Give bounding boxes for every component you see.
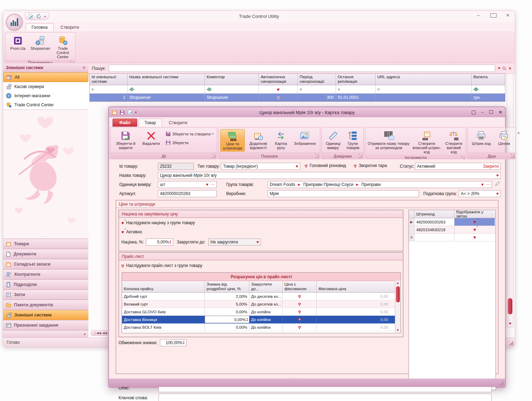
col-header[interactable]: URL адреса (376, 74, 472, 85)
maximize-icon[interactable] (489, 110, 493, 115)
create-weight-code-button[interactable]: Створити ваговий код (443, 129, 464, 155)
show-in-reports-heart-icon[interactable]: ♥ (454, 218, 495, 226)
shopserver-button[interactable]: Shopserver (29, 34, 51, 52)
col-header[interactable]: Остання реплікація (336, 74, 376, 85)
ellipsis-button[interactable]: ⋯ (486, 182, 490, 187)
fixed-price-heart-icon[interactable]: ♥ (283, 300, 317, 308)
combo-heart-arrow-icon[interactable]: ♥ (256, 240, 259, 244)
refresh-icon[interactable] (36, 14, 41, 19)
tax-combo[interactable]: A= > 20%♥ (459, 190, 501, 197)
card-titlebar[interactable]: ▾ Цукор ванільний Мрія 10г в/у - Картка … (109, 107, 505, 117)
product-groups-button[interactable]: Групи товарів (343, 129, 362, 151)
create-own-barcode-button[interactable]: Створити власний штрих-код (411, 129, 442, 155)
col-header[interactable]: Штрихкод (415, 210, 454, 218)
systems-row-selected[interactable]: 1 Shopserver Shopserver ♥ 300 01.01.0001… (90, 94, 505, 101)
barcode-row-selected[interactable]: ▶ 4820005020263 ♥ (409, 218, 496, 226)
trade-control-center-button[interactable]: Trade Control Center (52, 34, 74, 60)
sidebar-section-dokumenty[interactable]: Документи (3, 249, 88, 259)
price-row[interactable]: Доставка GLOVO Київ 0,00% До копійок ♥ 0… (122, 308, 400, 316)
sidebar-item-online-stores[interactable]: Інтернет-магазини (3, 91, 88, 100)
col-header[interactable]: Знижка від роздрібної ціни, % (205, 281, 249, 292)
sidebar-section-zovnishni-systemy[interactable]: Зовнішні системи (3, 310, 88, 320)
show-in-reports-heart-icon[interactable]: ♥ (454, 226, 495, 233)
search-input[interactable] (109, 65, 495, 72)
extra-info-button[interactable]: Додаткові відомості (245, 129, 271, 151)
main-variant-checkbox[interactable]: ♥ Головний різновид (305, 163, 346, 168)
dialog-launcher-icon[interactable] (315, 154, 318, 158)
col-header[interactable]: Період синхронізації (298, 74, 336, 85)
edit-pencil-icon[interactable] (495, 181, 500, 186)
discount-edit-cell[interactable]: 0,00% ♥♥ (205, 316, 249, 323)
discount-limit-field[interactable]: 100,00% ♥♥ (160, 339, 187, 346)
heart-filter-icon[interactable]: ♥ (498, 66, 500, 70)
markup-active-checkbox[interactable]: ♥ Активно (121, 229, 142, 234)
sidebar-section-kontrahenty[interactable]: Контрагенти (3, 269, 88, 280)
price-row[interactable]: Великий гурт 5,00% До десятків ко... ♥ 0… (122, 300, 400, 308)
combo-heart-arrow-icon[interactable]: ♥ (496, 192, 499, 196)
print-price-tag-button[interactable]: Цінник (494, 129, 514, 147)
show-in-reports-heart-icon[interactable]: ♥ (454, 234, 495, 241)
close-product-link[interactable]: Закрити (483, 164, 499, 169)
clear-search-icon[interactable]: × (509, 66, 511, 71)
sidebar-section-pidrozdily[interactable]: Підрозділи (3, 280, 88, 290)
col-header[interactable]: Колонка прайсу (122, 281, 205, 292)
sidebar-item-all[interactable]: All (3, 72, 88, 82)
col-header[interactable]: Ціна є фіксованою (283, 281, 317, 292)
returnable-checkbox[interactable]: ♥ Зворотня тара (354, 163, 387, 168)
fixed-price-heart-icon[interactable]: ♥ (283, 293, 317, 300)
barcode-row-new[interactable]: ✳ ♥ (409, 234, 496, 241)
new-document-icon[interactable] (28, 14, 33, 19)
price-row-selected[interactable]: Доставка Вінниця 0,00% ♥♥ До копійок ♥ 0… (122, 316, 400, 323)
maximize-icon[interactable] (490, 12, 496, 19)
round-to-combo[interactable]: Не закругляти♥ (208, 239, 261, 246)
get-name-by-barcode-button[interactable]: Отримати назву товару за штрихкодом (367, 129, 410, 151)
price-row[interactable]: Дрібний гурт 2,00% До десятків ко... ♥ 0… (122, 293, 400, 300)
qat-customize-icon[interactable]: ▾ (44, 15, 46, 18)
col-header[interactable]: Коментар (205, 74, 259, 85)
promua-button[interactable]: Prom.Ua (7, 34, 29, 52)
search-icon[interactable] (502, 66, 506, 71)
save-and-close-button[interactable]: Зберегти й закрити (112, 129, 139, 151)
sidebar-section-sklad[interactable]: Складські запаси (3, 259, 88, 269)
scrollbar-thumb[interactable] (396, 286, 400, 302)
combo-heart-arrow-icon[interactable]: ♥ (496, 173, 499, 178)
prices-barcodes-button[interactable]: Ціни та штрихкоди (220, 129, 245, 152)
scroll-down-heart-icon[interactable]: ♥ (395, 328, 400, 332)
filter-cell[interactable]: ♥ (259, 85, 298, 93)
close-icon[interactable]: ✕ (499, 110, 502, 115)
fit-window-icon[interactable] (472, 111, 476, 114)
col-header[interactable]: Відображати у звітах (454, 210, 495, 218)
combo-heart-arrow-icon[interactable]: ♥ (206, 182, 208, 187)
filter-cell[interactable]: abc (472, 85, 505, 93)
filter-cell[interactable]: abc (128, 85, 205, 93)
tab-tovar[interactable]: Товар (139, 119, 162, 127)
print-barcode-button[interactable]: Штрих-код (469, 129, 493, 147)
save-and-create-button[interactable]: Зберегти та створити ▾ (163, 131, 215, 137)
images-button[interactable]: Зображення (291, 129, 318, 147)
filter-cell[interactable]: = (376, 85, 472, 93)
resize-grip[interactable] (509, 341, 514, 346)
markup-percent-field[interactable]: 0,00% ♥♥ (146, 239, 173, 246)
dialog-launcher-icon[interactable] (511, 154, 514, 158)
first-record-button[interactable]: ❘◀◀ (94, 331, 101, 335)
sidebar-splitter[interactable]: ꞏꞏꞏꞏꞏ (3, 235, 88, 239)
sidebar-section-pakety[interactable]: Пакети документів (3, 300, 88, 310)
prev-page-button[interactable]: ◀◀ (102, 331, 107, 335)
tab-stvoryty[interactable]: Створити (55, 24, 85, 31)
unit-combo[interactable]: шт♥ ⋯ (158, 181, 217, 188)
filter-cell[interactable]: = (298, 85, 336, 93)
sidebar-item-trade-control-center[interactable]: Trade Control Center (3, 100, 88, 109)
scrollbar-thumb[interactable] (508, 298, 512, 314)
collapse-ribbon-button[interactable]: » (517, 127, 521, 159)
price-row[interactable]: Доставка BOLT Київ 0,00% До копійок ♥ 0,… (122, 323, 400, 331)
col-header[interactable]: Назва зовнішньої системи (128, 74, 205, 85)
dialog-launcher-icon[interactable] (359, 154, 362, 158)
units-button[interactable]: Одиниці виміру (323, 129, 343, 151)
sidebar-section-zvity[interactable]: Звіти (3, 290, 88, 300)
ellipsis-button[interactable]: ⋯ (210, 182, 215, 187)
name-field[interactable]: Цукор ванільний Мрія 10г в/у♥ (158, 172, 501, 179)
resize-grip[interactable] (499, 381, 504, 386)
filter-cell[interactable]: abc (205, 85, 259, 93)
minimize-icon[interactable]: – (476, 12, 481, 19)
producer-field[interactable]: Мрія (268, 190, 419, 197)
